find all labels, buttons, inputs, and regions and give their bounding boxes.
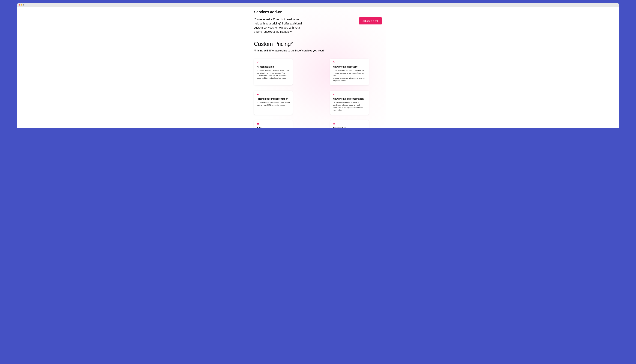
svg-rect-7 [334, 123, 334, 124]
maximize-window-dot[interactable] [23, 4, 24, 6]
svg-rect-6 [334, 123, 334, 124]
service-card-ab-testing: A/B testing I'll run A/B testing campaig… [254, 120, 292, 128]
svg-rect-3 [257, 123, 258, 124]
paste-icon [257, 93, 290, 96]
phone-icon [333, 61, 366, 64]
keyboard-icon [333, 123, 366, 125]
service-card-desc: I'll support you with the implementation… [257, 69, 290, 80]
browser-frame: Services add-on You received a Roast but… [17, 3, 619, 128]
service-card-desc: I'll implement the new design of your pr… [257, 101, 290, 106]
svg-rect-9 [334, 123, 335, 124]
service-card-pricing-discovery: New pricing discovery I'll run interview… [330, 59, 369, 85]
svg-rect-2 [258, 94, 258, 95]
code-icon [333, 93, 366, 96]
header-row: You received a Roast but need more help … [254, 17, 382, 34]
service-card-desc: I'm a Product Manager by trade. I'll col… [333, 101, 366, 112]
service-card-title: Copywriting [333, 126, 366, 128]
svg-rect-5 [333, 123, 335, 124]
service-card-desc: I'll run interviews with your customers … [333, 69, 366, 82]
service-card-page-implementation: Pricing page implementation I'll impleme… [254, 91, 292, 114]
service-card-title: New pricing discovery [333, 65, 366, 68]
columns-icon [257, 123, 290, 125]
service-card-copywriting: Copywriting I'll rewrite the copy of you… [330, 120, 369, 128]
service-card-title: A/B testing [257, 127, 290, 128]
ai-icon [257, 61, 290, 64]
section-title: Custom Pricing* [254, 41, 382, 47]
window-title-bar [17, 3, 619, 7]
services-grid: AI monetization I'll support you with th… [254, 59, 382, 128]
close-window-dot[interactable] [19, 4, 20, 6]
service-card-pricing-implementation: New pricing implementation I'm a Product… [330, 91, 369, 114]
section-subtitle: *Pricing will differ according to the li… [254, 49, 382, 52]
service-card-title: AI monetization [257, 65, 290, 68]
service-card-title: New pricing implementation [333, 98, 366, 100]
viewport: Services add-on You received a Roast but… [17, 7, 619, 128]
content-wrapper: Services add-on You received a Roast but… [250, 7, 386, 128]
intro-text: You received a Roast but need more help … [254, 17, 303, 34]
svg-point-0 [258, 62, 258, 63]
svg-rect-8 [334, 123, 334, 124]
svg-rect-10 [334, 124, 334, 124]
page-title: Services add-on [254, 7, 382, 14]
service-card-ai-monetization: AI monetization I'll support you with th… [254, 59, 292, 85]
minimize-window-dot[interactable] [21, 4, 22, 6]
service-card-title: Pricing page implementation [257, 98, 290, 100]
svg-rect-4 [258, 123, 259, 124]
schedule-call-button[interactable]: Schedule a call [359, 17, 382, 24]
